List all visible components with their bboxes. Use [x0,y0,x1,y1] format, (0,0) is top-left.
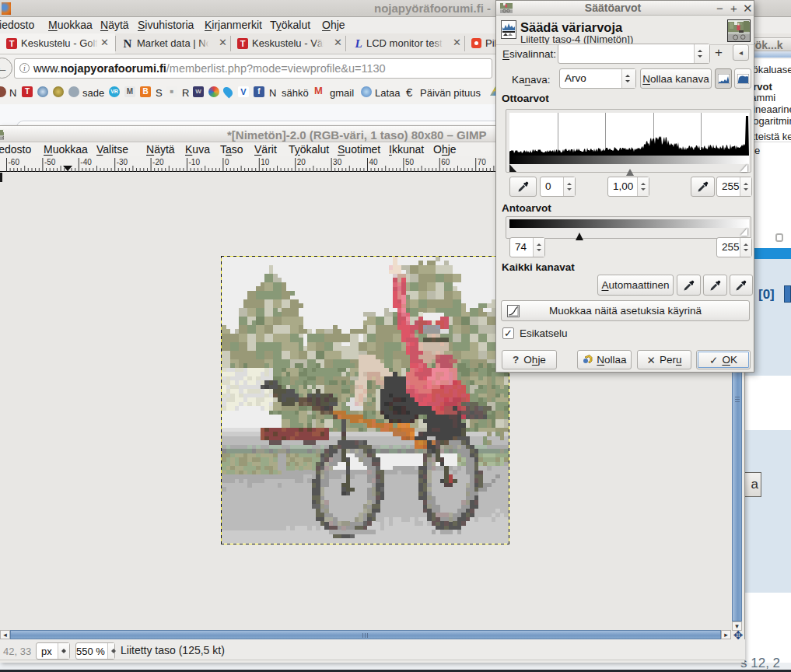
svg-text:60: 60 [441,158,450,166]
svg-text:10: 10 [261,158,270,166]
svg-text:40: 40 [369,158,379,166]
svg-text:-30: -30 [117,158,128,166]
svg-text:-20: -20 [152,158,164,166]
svg-text:20: 20 [297,158,306,166]
svg-text:0: 0 [225,158,229,166]
svg-text:-40: -40 [80,158,92,166]
svg-text:-60: -60 [9,158,20,166]
svg-text:-10: -10 [189,158,201,166]
svg-text:50: 50 [405,158,415,166]
svg-text:70: 70 [478,158,487,166]
svg-text:30: 30 [333,158,342,166]
svg-text:-50: -50 [44,158,56,166]
